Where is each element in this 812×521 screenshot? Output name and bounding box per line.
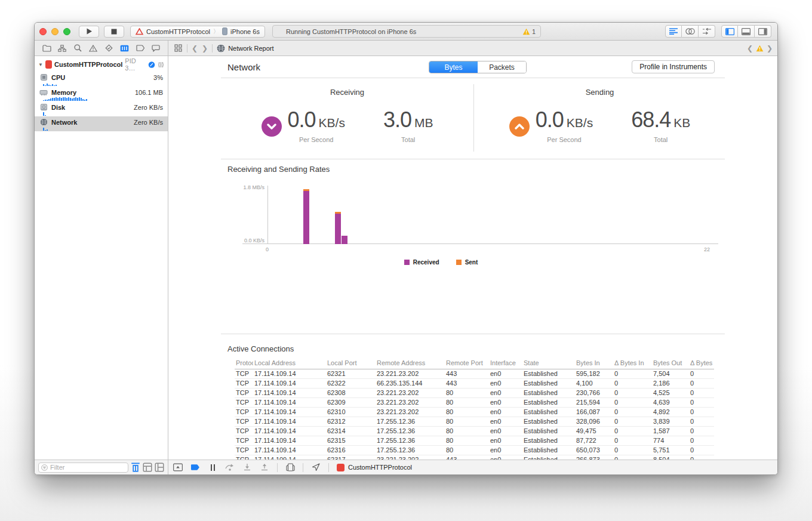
step-into-icon[interactable] [242, 463, 252, 472]
table-cell: en0 [489, 388, 522, 397]
close-window-button[interactable] [39, 28, 47, 35]
table-row[interactable]: TCP17.114.109.146231517.255.12.3680en0Es… [235, 436, 714, 445]
scheme-selector[interactable]: CustomHTTPProtocol 〉 iPhone 6s [130, 26, 265, 38]
table-row[interactable]: TCP17.114.109.146231417.255.12.3680en0Es… [235, 426, 714, 436]
gauge-label: CPU [51, 74, 150, 81]
standard-editor-button[interactable] [665, 25, 682, 38]
warning-badge[interactable]: 1 [522, 28, 536, 35]
gauge-row-cpu[interactable]: CPU3% [35, 72, 168, 87]
breakpoint-navigator-icon[interactable] [136, 44, 145, 53]
test-navigator-icon[interactable] [104, 44, 114, 53]
column-header[interactable]: Bytes Out [652, 359, 689, 369]
column-header[interactable]: Protocol [235, 359, 253, 369]
toggle-navigator-button[interactable] [721, 25, 738, 38]
symbol-navigator-icon[interactable] [57, 44, 67, 53]
table-cell: 62317 [326, 455, 376, 460]
column-header[interactable]: Interface [489, 359, 522, 369]
table-row[interactable]: TCP17.114.109.146231617.255.12.3680en0Es… [235, 445, 714, 455]
gauge-row-network[interactable]: NetworkZero KB/s [35, 116, 168, 131]
view-hierarchy-icon[interactable] [285, 463, 295, 472]
toolbar-right-controls [665, 25, 771, 38]
connections-table: ProtocolLocal AddressLocal PortRemote Ad… [235, 359, 714, 460]
legend-sent: Sent [456, 259, 478, 266]
panel-toggle-buttons [721, 25, 771, 38]
toggle-debug-area-button[interactable] [738, 25, 755, 38]
table-row[interactable]: TCP17.114.109.146230823.221.23.20280en0E… [235, 388, 714, 397]
filter-field[interactable]: Filter [38, 463, 128, 473]
previous-issue-button[interactable]: ❮ [747, 44, 753, 53]
debug-process-item[interactable]: CustomHTTPProtocol [337, 464, 412, 471]
hide-debug-area-icon[interactable] [173, 463, 183, 472]
column-header[interactable]: Local Address [253, 359, 326, 369]
table-cell: 595,182 [575, 369, 613, 378]
segment-bytes[interactable]: Bytes [429, 61, 478, 73]
table-row[interactable]: TCP17.114.109.146231217.255.12.3680en0Es… [235, 417, 714, 426]
step-over-icon[interactable] [225, 463, 235, 472]
column-header[interactable]: Δ Bytes In [613, 359, 652, 369]
column-header[interactable]: Remote Address [376, 359, 445, 369]
segment-packets[interactable]: Packets [478, 61, 526, 73]
memory-debug-icon[interactable] [158, 61, 164, 69]
next-issue-button[interactable]: ❯ [767, 44, 773, 53]
column-header[interactable]: State [522, 359, 575, 369]
breakpoints-toggle-icon[interactable] [190, 463, 200, 472]
column-header[interactable]: Bytes In [575, 359, 613, 369]
xcode-window: CustomHTTPProtocol 〉 iPhone 6s Running C… [34, 22, 778, 475]
table-row[interactable]: TCP17.114.109.146231723.221.23.202443en0… [235, 455, 714, 460]
table-cell: 80 [445, 397, 489, 407]
table-row[interactable]: TCP17.114.109.146232123.221.23.202443en0… [235, 369, 714, 378]
filter-stacks-icon[interactable] [155, 463, 164, 472]
navigator-panel-icon [725, 28, 734, 35]
table-cell: Established [522, 445, 575, 455]
report-navigator-icon[interactable] [151, 44, 161, 53]
process-row[interactable]: ▼ CustomHTTPProtocol PID 3… [35, 57, 168, 72]
pause-icon[interactable] [208, 463, 217, 472]
table-cell: 17.114.109.14 [253, 445, 326, 455]
table-cell: TCP [235, 436, 253, 445]
receiving-rate-label: Per Second [288, 136, 345, 143]
step-out-icon[interactable] [260, 463, 269, 472]
warning-icon[interactable] [756, 45, 764, 52]
simulate-location-icon[interactable] [311, 463, 321, 472]
profile-in-instruments-button[interactable]: Profile in Instruments [632, 60, 715, 73]
column-header[interactable]: Local Port [326, 359, 376, 369]
table-cell: 17.114.109.14 [253, 388, 326, 397]
column-header[interactable]: Δ Bytes Out [689, 359, 714, 369]
gauge-row-disk[interactable]: DiskZero KB/s [35, 101, 168, 116]
table-cell: 0 [689, 369, 714, 378]
table-cell: en0 [489, 369, 522, 378]
version-editor-button[interactable] [699, 25, 715, 38]
run-button[interactable] [79, 26, 99, 38]
toggle-inspector-button[interactable] [755, 25, 771, 38]
minimize-window-button[interactable] [51, 28, 59, 35]
table-row[interactable]: TCP17.114.109.146230923.221.23.20280en0E… [235, 397, 714, 407]
issue-navigator-icon[interactable] [88, 44, 98, 53]
disclosure-triangle-icon[interactable]: ▼ [38, 62, 43, 67]
column-header[interactable]: Remote Port [445, 359, 489, 369]
filter-flat-icon[interactable] [143, 463, 152, 472]
chart-bar [303, 189, 309, 244]
chart-title: Receiving and Sending Rates [227, 165, 330, 174]
app-scheme-icon [136, 28, 143, 35]
assistant-editor-button[interactable] [682, 25, 699, 38]
y-axis-bottom-label: 0.0 KB/s [229, 238, 264, 243]
find-navigator-icon[interactable] [73, 44, 82, 53]
table-row[interactable]: TCP17.114.109.146232266.235.135.144443en… [235, 378, 714, 388]
debug-bar-divider [303, 463, 303, 472]
chart-bar [335, 212, 341, 244]
zoom-window-button[interactable] [63, 28, 70, 35]
related-items-icon[interactable] [173, 44, 183, 53]
back-button[interactable]: ❮ [192, 44, 198, 53]
forward-button[interactable]: ❯ [202, 44, 208, 53]
gauge-icon[interactable] [148, 60, 155, 69]
debug-navigator-icon[interactable] [120, 44, 130, 53]
table-row[interactable]: TCP17.114.109.146231023.221.23.20280en0E… [235, 407, 714, 417]
jump-bar-item[interactable]: Network Report [217, 44, 273, 53]
report-title: Network [227, 62, 260, 72]
gauge-row-memory[interactable]: Memory106.1 MB [35, 87, 168, 101]
filter-current-scope-icon[interactable] [131, 463, 140, 472]
stop-button[interactable] [104, 26, 124, 38]
project-navigator-icon[interactable] [42, 44, 51, 53]
table-cell: en0 [489, 436, 522, 445]
x-axis [242, 243, 718, 244]
